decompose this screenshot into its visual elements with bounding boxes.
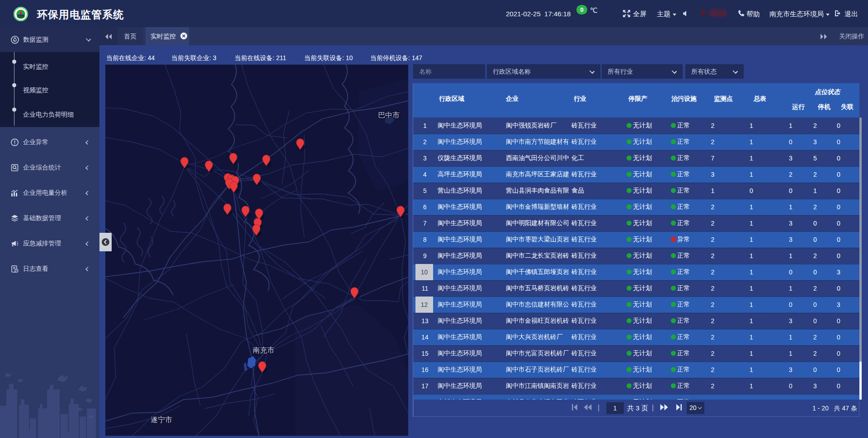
svg-text:遂宁市: 遂宁市 bbox=[151, 416, 172, 424]
svg-text:巴中市: 巴中市 bbox=[378, 111, 400, 119]
svg-text:南充市: 南充市 bbox=[253, 346, 274, 354]
